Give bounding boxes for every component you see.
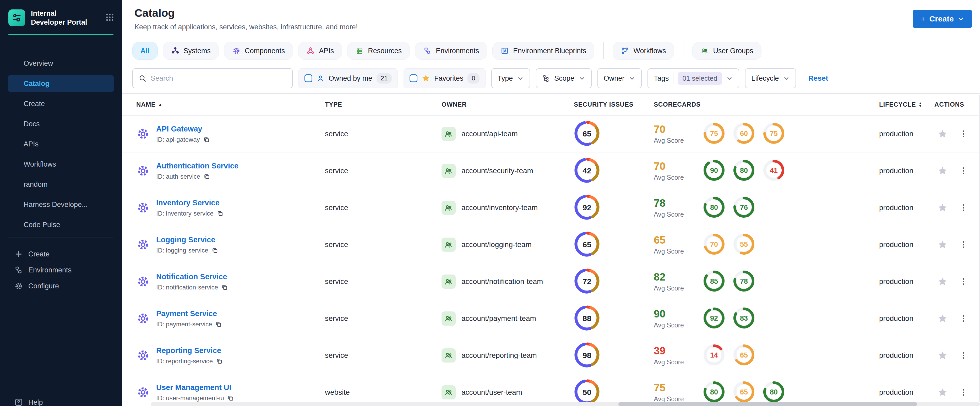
sidebar-item-configure[interactable]: Configure bbox=[8, 279, 114, 293]
column-header-label: LIFECYCLE▲▼ bbox=[879, 101, 922, 108]
kebab-menu-icon[interactable] bbox=[959, 388, 968, 397]
column-header-lifecycle[interactable]: LIFECYCLE▲▼ bbox=[873, 94, 925, 115]
component-gear-icon bbox=[136, 238, 150, 251]
copy-icon[interactable] bbox=[216, 358, 223, 365]
security-issues-cell: 50 bbox=[566, 374, 647, 406]
entity-name-link[interactable]: API Gateway bbox=[156, 125, 210, 133]
sidebar-item-help[interactable]: Help bbox=[0, 391, 122, 406]
entity-name-link[interactable]: User Management UI bbox=[156, 383, 234, 392]
favorite-star-icon[interactable] bbox=[937, 277, 948, 287]
filter-dropdown-lifecycle[interactable]: Lifecycle bbox=[745, 68, 796, 88]
entity-name-link[interactable]: Reporting Service bbox=[156, 346, 223, 355]
security-issues-cell: 98 bbox=[566, 337, 647, 374]
favorite-star-icon[interactable] bbox=[937, 239, 948, 250]
entity-name-link[interactable]: Notification Service bbox=[156, 273, 228, 281]
favorite-star-icon[interactable] bbox=[937, 387, 948, 397]
copy-icon[interactable] bbox=[203, 173, 210, 180]
svg-text:90: 90 bbox=[710, 167, 718, 174]
column-header-security-issues: SECURITY ISSUES bbox=[566, 94, 647, 115]
entity-name-link[interactable]: Authentication Service bbox=[156, 162, 239, 170]
owned-by-me-filter[interactable]: Owned by me 21 bbox=[299, 68, 398, 88]
avg-score-label: Avg Score bbox=[654, 247, 687, 255]
component-gear-icon bbox=[136, 127, 150, 141]
scorecard-rings: 14 65 bbox=[703, 343, 756, 368]
copy-icon[interactable] bbox=[217, 210, 224, 217]
avg-score: 90Avg Score bbox=[654, 308, 687, 329]
sidebar-item-workflows[interactable]: Workflows bbox=[8, 156, 114, 173]
avg-score-value: 82 bbox=[654, 271, 687, 283]
app-switcher-grid-icon[interactable] bbox=[105, 13, 115, 23]
favorite-star-icon[interactable] bbox=[937, 314, 948, 324]
favorite-star-icon[interactable] bbox=[937, 166, 948, 176]
scorecards-cell: 82Avg Score 85 78 bbox=[647, 263, 873, 300]
filter-dropdown-tags[interactable]: Tags01 selected bbox=[648, 68, 739, 88]
kebab-menu-icon[interactable] bbox=[959, 277, 968, 286]
sidebar-item-create[interactable]: Create bbox=[8, 95, 114, 112]
star-icon bbox=[422, 74, 430, 82]
tab-user-groups[interactable]: User Groups bbox=[692, 42, 761, 60]
kebab-menu-icon[interactable] bbox=[959, 351, 968, 360]
filter-dropdown-scope[interactable]: Scope bbox=[536, 68, 592, 88]
filter-dropdown-owner[interactable]: Owner bbox=[597, 68, 642, 88]
entity-name-link[interactable]: Logging Service bbox=[156, 235, 218, 244]
favorite-star-icon[interactable] bbox=[937, 203, 948, 213]
entity-name-link[interactable]: Inventory Service bbox=[156, 198, 224, 207]
sidebar-item-overview[interactable]: Overview bbox=[8, 55, 114, 72]
copy-icon[interactable] bbox=[227, 395, 234, 401]
tab-workflows[interactable]: Workflows bbox=[612, 42, 674, 60]
tab-label: Environment Blueprints bbox=[513, 47, 586, 55]
owner-value: account/logging-team bbox=[461, 241, 532, 249]
actions-cell bbox=[925, 189, 980, 226]
app-title: Internal Developer Portal bbox=[31, 9, 91, 27]
chevron-down-icon bbox=[517, 75, 524, 82]
kebab-menu-icon[interactable] bbox=[959, 240, 968, 249]
copy-icon[interactable] bbox=[203, 136, 210, 143]
sidebar-item-docs[interactable]: Docs bbox=[8, 116, 114, 132]
tab-apis[interactable]: APIs bbox=[298, 42, 342, 60]
sidebar-item-environments[interactable]: Environments bbox=[8, 263, 114, 278]
tab-resources[interactable]: Resources bbox=[347, 42, 410, 60]
column-header-name[interactable]: NAME▲ bbox=[122, 94, 318, 115]
security-issues-cell: 65 bbox=[566, 116, 647, 152]
lifecycle-value: production bbox=[879, 351, 913, 360]
tab-systems[interactable]: Systems bbox=[163, 42, 219, 60]
sidebar-item-harness-develope[interactable]: Harness Develope... bbox=[8, 196, 114, 213]
filter-dropdown-type[interactable]: Type bbox=[491, 68, 530, 88]
tab-all[interactable]: All bbox=[132, 42, 158, 60]
favorites-checkbox[interactable] bbox=[410, 75, 417, 82]
sidebar-nav: OverviewCatalogCreateDocsAPIsWorkflowsra… bbox=[0, 49, 122, 233]
scorecard-rings: 92 83 bbox=[703, 306, 756, 331]
copy-icon[interactable] bbox=[212, 247, 218, 254]
sidebar-item-catalog[interactable]: Catalog bbox=[8, 75, 114, 92]
kebab-menu-icon[interactable] bbox=[959, 167, 968, 175]
svg-text:80: 80 bbox=[710, 388, 718, 396]
scorecard-ring: 78 bbox=[732, 270, 756, 293]
entity-id: ID: api-gateway bbox=[156, 136, 210, 143]
search-input[interactable] bbox=[151, 75, 286, 82]
lifecycle-value: production bbox=[879, 130, 913, 138]
favorites-filter[interactable]: Favorites 0 bbox=[404, 68, 485, 88]
kebab-menu-icon[interactable] bbox=[959, 314, 968, 323]
tab-label: Environments bbox=[436, 47, 479, 55]
copy-icon[interactable] bbox=[221, 284, 228, 291]
tab-environments[interactable]: Environments bbox=[415, 42, 487, 60]
favorite-star-icon[interactable] bbox=[937, 350, 948, 360]
horizontal-scrollbar-thumb[interactable] bbox=[618, 402, 917, 406]
tab-components[interactable]: Components bbox=[224, 42, 293, 60]
reset-filters-button[interactable]: Reset bbox=[808, 74, 828, 82]
tab-environment-blueprints[interactable]: Environment Blueprints bbox=[492, 42, 594, 60]
kebab-menu-icon[interactable] bbox=[959, 203, 968, 212]
create-button[interactable]: + Create bbox=[913, 10, 972, 28]
favorite-star-icon[interactable] bbox=[937, 129, 948, 139]
sidebar-item-code-pulse[interactable]: Code Pulse bbox=[8, 216, 114, 233]
sidebar-item-apis[interactable]: APIs bbox=[8, 136, 114, 152]
sidebar-item-create[interactable]: Create bbox=[8, 247, 114, 262]
copy-icon[interactable] bbox=[215, 321, 222, 328]
avg-score: 65Avg Score bbox=[654, 234, 687, 255]
entity-name-link[interactable]: Payment Service bbox=[156, 309, 222, 318]
owned-by-me-checkbox[interactable] bbox=[304, 75, 312, 82]
user-groups-icon bbox=[700, 47, 709, 55]
hexagons-icon bbox=[14, 266, 23, 274]
sidebar-item-random[interactable]: random bbox=[8, 176, 114, 193]
kebab-menu-icon[interactable] bbox=[959, 129, 968, 138]
